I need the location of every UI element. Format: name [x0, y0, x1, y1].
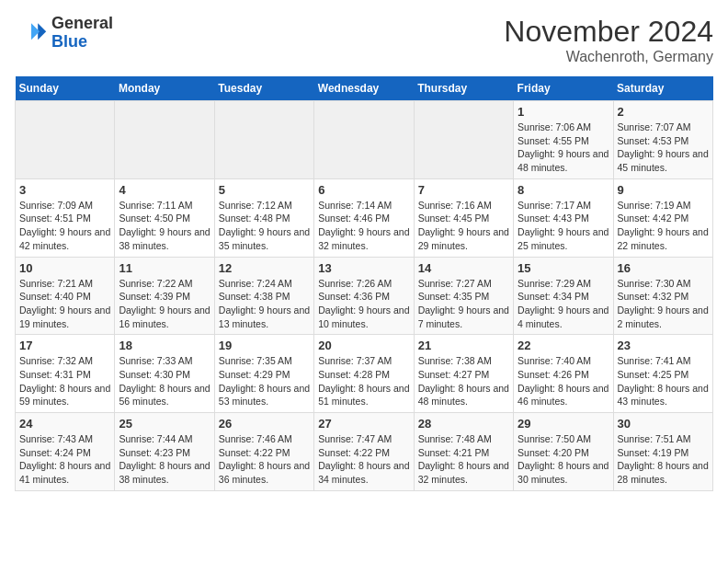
day-info: Sunrise: 7:43 AM Sunset: 4:24 PM Dayligh…	[19, 432, 110, 487]
calendar-cell: 17Sunrise: 7:32 AM Sunset: 4:31 PM Dayli…	[16, 335, 115, 413]
day-info: Sunrise: 7:06 AM Sunset: 4:55 PM Dayligh…	[518, 121, 609, 175]
weekday-header-sunday: Sunday	[16, 76, 115, 101]
day-info: Sunrise: 7:26 AM Sunset: 4:36 PM Dayligh…	[318, 277, 409, 331]
weekday-header-friday: Friday	[514, 76, 613, 101]
weekday-header-row: SundayMondayTuesdayWednesdayThursdayFrid…	[16, 76, 713, 101]
day-number: 6	[318, 183, 409, 197]
calendar-cell: 26Sunrise: 7:46 AM Sunset: 4:22 PM Dayli…	[214, 413, 313, 491]
day-number: 24	[19, 417, 110, 431]
day-info: Sunrise: 7:12 AM Sunset: 4:48 PM Dayligh…	[219, 199, 310, 253]
day-number: 27	[318, 417, 409, 431]
logo-blue: Blue	[51, 32, 87, 51]
calendar-cell: 1Sunrise: 7:06 AM Sunset: 4:55 PM Daylig…	[514, 101, 613, 179]
day-info: Sunrise: 7:33 AM Sunset: 4:30 PM Dayligh…	[119, 354, 210, 408]
day-number: 20	[318, 339, 409, 352]
day-info: Sunrise: 7:11 AM Sunset: 4:50 PM Dayligh…	[119, 199, 210, 253]
calendar-cell: 23Sunrise: 7:41 AM Sunset: 4:25 PM Dayli…	[613, 335, 712, 413]
calendar-cell: 6Sunrise: 7:14 AM Sunset: 4:46 PM Daylig…	[314, 178, 414, 257]
week-row-3: 10Sunrise: 7:21 AM Sunset: 4:40 PM Dayli…	[16, 257, 713, 335]
day-info: Sunrise: 7:16 AM Sunset: 4:45 PM Dayligh…	[418, 199, 509, 253]
calendar-cell	[214, 101, 313, 179]
logo-text: General Blue	[51, 15, 113, 52]
calendar-cell: 5Sunrise: 7:12 AM Sunset: 4:48 PM Daylig…	[214, 178, 313, 257]
week-row-5: 24Sunrise: 7:43 AM Sunset: 4:24 PM Dayli…	[16, 413, 713, 491]
day-info: Sunrise: 7:46 AM Sunset: 4:22 PM Dayligh…	[219, 432, 310, 487]
calendar-cell: 20Sunrise: 7:37 AM Sunset: 4:28 PM Dayli…	[314, 335, 414, 413]
day-number: 12	[219, 261, 310, 275]
calendar-cell: 18Sunrise: 7:33 AM Sunset: 4:30 PM Dayli…	[115, 335, 214, 413]
day-number: 21	[418, 339, 509, 352]
day-number: 13	[318, 261, 409, 275]
day-number: 5	[219, 183, 310, 197]
calendar-cell	[16, 101, 115, 179]
day-number: 16	[618, 261, 709, 275]
month-title: November 2024	[504, 15, 713, 49]
calendar-cell: 27Sunrise: 7:47 AM Sunset: 4:22 PM Dayli…	[314, 413, 414, 491]
location-title: Wachenroth, Germany	[504, 49, 713, 65]
day-info: Sunrise: 7:27 AM Sunset: 4:35 PM Dayligh…	[418, 277, 509, 331]
day-info: Sunrise: 7:40 AM Sunset: 4:26 PM Dayligh…	[518, 354, 609, 408]
day-number: 14	[418, 261, 509, 275]
day-number: 17	[19, 339, 110, 352]
calendar-cell: 15Sunrise: 7:29 AM Sunset: 4:34 PM Dayli…	[514, 257, 613, 335]
logo-general: General	[51, 14, 113, 32]
day-info: Sunrise: 7:44 AM Sunset: 4:23 PM Dayligh…	[119, 432, 210, 487]
calendar-cell: 13Sunrise: 7:26 AM Sunset: 4:36 PM Dayli…	[314, 257, 414, 335]
calendar-cell: 30Sunrise: 7:51 AM Sunset: 4:19 PM Dayli…	[613, 413, 712, 491]
day-info: Sunrise: 7:48 AM Sunset: 4:21 PM Dayligh…	[418, 432, 509, 487]
day-info: Sunrise: 7:30 AM Sunset: 4:32 PM Dayligh…	[618, 277, 709, 331]
weekday-header-tuesday: Tuesday	[214, 76, 313, 101]
calendar-cell: 14Sunrise: 7:27 AM Sunset: 4:35 PM Dayli…	[414, 257, 513, 335]
calendar-cell: 11Sunrise: 7:22 AM Sunset: 4:39 PM Dayli…	[115, 257, 214, 335]
calendar-cell	[115, 101, 214, 179]
calendar-cell: 28Sunrise: 7:48 AM Sunset: 4:21 PM Dayli…	[414, 413, 513, 491]
weekday-header-thursday: Thursday	[414, 76, 513, 101]
week-row-4: 17Sunrise: 7:32 AM Sunset: 4:31 PM Dayli…	[16, 335, 713, 413]
calendar-cell: 19Sunrise: 7:35 AM Sunset: 4:29 PM Dayli…	[214, 335, 313, 413]
calendar-body: 1Sunrise: 7:06 AM Sunset: 4:55 PM Daylig…	[16, 101, 713, 491]
day-number: 25	[119, 417, 210, 431]
logo: General Blue	[15, 15, 113, 52]
day-number: 11	[119, 261, 210, 275]
calendar-table: SundayMondayTuesdayWednesdayThursdayFrid…	[15, 76, 713, 491]
calendar-cell: 16Sunrise: 7:30 AM Sunset: 4:32 PM Dayli…	[613, 257, 712, 335]
day-info: Sunrise: 7:35 AM Sunset: 4:29 PM Dayligh…	[219, 354, 310, 408]
calendar-cell: 10Sunrise: 7:21 AM Sunset: 4:40 PM Dayli…	[16, 257, 115, 335]
day-info: Sunrise: 7:24 AM Sunset: 4:38 PM Dayligh…	[219, 277, 310, 331]
day-number: 4	[119, 183, 210, 197]
day-info: Sunrise: 7:38 AM Sunset: 4:27 PM Dayligh…	[418, 354, 509, 408]
day-number: 8	[518, 183, 609, 197]
title-area: November 2024 Wachenroth, Germany	[504, 15, 713, 65]
calendar-cell: 21Sunrise: 7:38 AM Sunset: 4:27 PM Dayli…	[414, 335, 513, 413]
day-number: 9	[618, 183, 709, 197]
calendar-cell: 29Sunrise: 7:50 AM Sunset: 4:20 PM Dayli…	[514, 413, 613, 491]
day-number: 22	[518, 339, 609, 352]
calendar-cell: 24Sunrise: 7:43 AM Sunset: 4:24 PM Dayli…	[16, 413, 115, 491]
calendar-cell: 3Sunrise: 7:09 AM Sunset: 4:51 PM Daylig…	[16, 178, 115, 257]
calendar-cell: 4Sunrise: 7:11 AM Sunset: 4:50 PM Daylig…	[115, 178, 214, 257]
day-info: Sunrise: 7:19 AM Sunset: 4:42 PM Dayligh…	[618, 199, 709, 253]
day-number: 19	[219, 339, 310, 352]
calendar-cell: 7Sunrise: 7:16 AM Sunset: 4:45 PM Daylig…	[414, 178, 513, 257]
day-info: Sunrise: 7:41 AM Sunset: 4:25 PM Dayligh…	[618, 354, 709, 408]
day-info: Sunrise: 7:07 AM Sunset: 4:53 PM Dayligh…	[618, 121, 709, 175]
weekday-header-wednesday: Wednesday	[314, 76, 414, 101]
day-info: Sunrise: 7:29 AM Sunset: 4:34 PM Dayligh…	[518, 277, 609, 331]
page-header: General Blue November 2024 Wachenroth, G…	[15, 15, 713, 65]
day-number: 10	[19, 261, 110, 275]
calendar-cell: 25Sunrise: 7:44 AM Sunset: 4:23 PM Dayli…	[115, 413, 214, 491]
day-info: Sunrise: 7:51 AM Sunset: 4:19 PM Dayligh…	[618, 432, 709, 487]
day-info: Sunrise: 7:50 AM Sunset: 4:20 PM Dayligh…	[518, 432, 609, 487]
day-number: 18	[119, 339, 210, 352]
weekday-header-monday: Monday	[115, 76, 214, 101]
day-info: Sunrise: 7:17 AM Sunset: 4:43 PM Dayligh…	[518, 199, 609, 253]
day-info: Sunrise: 7:47 AM Sunset: 4:22 PM Dayligh…	[318, 432, 409, 487]
day-info: Sunrise: 7:37 AM Sunset: 4:28 PM Dayligh…	[318, 354, 409, 408]
day-info: Sunrise: 7:14 AM Sunset: 4:46 PM Dayligh…	[318, 199, 409, 253]
calendar-cell	[414, 101, 513, 179]
day-number: 23	[618, 339, 709, 352]
calendar-cell: 8Sunrise: 7:17 AM Sunset: 4:43 PM Daylig…	[514, 178, 613, 257]
calendar-cell: 2Sunrise: 7:07 AM Sunset: 4:53 PM Daylig…	[613, 101, 712, 179]
day-info: Sunrise: 7:22 AM Sunset: 4:39 PM Dayligh…	[119, 277, 210, 331]
day-number: 30	[618, 417, 709, 431]
